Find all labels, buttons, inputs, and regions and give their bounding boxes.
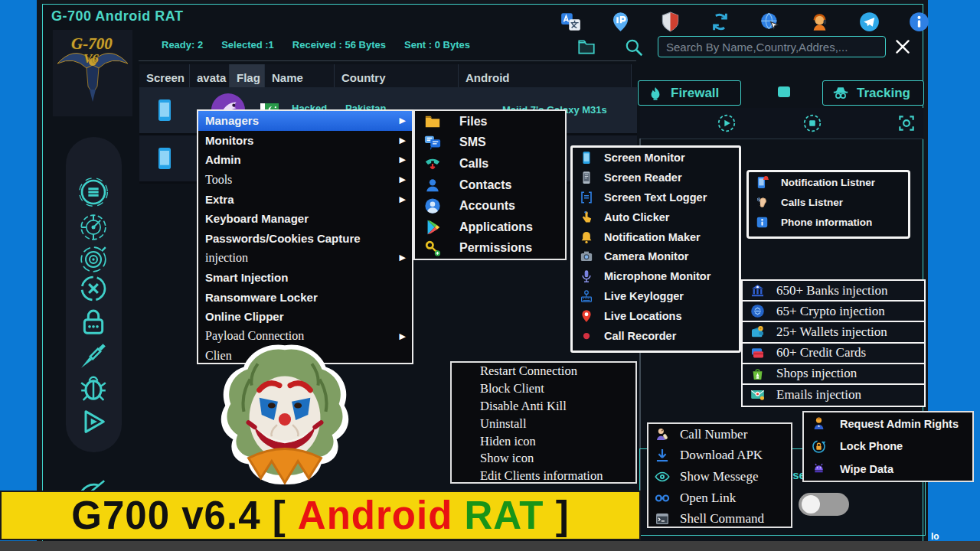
submenu-item-applications[interactable]: Applications bbox=[415, 217, 565, 238]
client-item-restart-connection[interactable]: Restart Connection bbox=[452, 363, 635, 380]
menu-item-label: Show Messege bbox=[680, 469, 758, 484]
joker-sticker bbox=[204, 340, 366, 490]
monitor-item-call-recorder[interactable]: Call Recorder bbox=[573, 326, 739, 346]
injection-item-shops-injection[interactable]: Shops injection bbox=[743, 363, 924, 383]
context-item-tools[interactable]: Tools▶ bbox=[198, 170, 412, 190]
column-header-name[interactable]: Name bbox=[265, 64, 335, 90]
firewall-button[interactable]: Firewall bbox=[638, 80, 741, 106]
menu-circle-icon[interactable] bbox=[77, 177, 110, 207]
monitor-item-notification-maker[interactable]: Notification Maker bbox=[573, 227, 739, 247]
context-item-smart-injection[interactable]: Smart Injection bbox=[198, 268, 412, 288]
context-item-managers[interactable]: Managers▶ bbox=[198, 111, 412, 131]
context-item-injection[interactable]: injection▶ bbox=[198, 248, 412, 268]
globe-cursor-icon[interactable] bbox=[760, 11, 780, 32]
monitor-item-screen-reader[interactable]: Screen Reader bbox=[573, 168, 739, 187]
comm-item-open-link[interactable]: Open Link bbox=[648, 487, 791, 509]
support-agent-icon[interactable] bbox=[809, 11, 830, 32]
listeners-panel: Notification ListnerCalls ListnerPhone i… bbox=[746, 170, 910, 239]
client-item-uninstall[interactable]: Uninstall bbox=[452, 415, 635, 432]
monitor-item-live-keylogger[interactable]: Live Keylogger bbox=[573, 286, 739, 306]
context-item-online-clipper[interactable]: Online Clipper bbox=[198, 307, 412, 327]
translate-icon[interactable] bbox=[560, 11, 581, 32]
injection-item-60-credit-cards[interactable]: 60+ Credit Cards bbox=[743, 342, 924, 363]
admin-item-lock-phone[interactable]: Lock Phone bbox=[804, 435, 972, 458]
column-header-screen[interactable]: Screen bbox=[139, 64, 190, 90]
ear-icon bbox=[756, 196, 769, 209]
client-item-hiden-icon[interactable]: Hiden icon bbox=[452, 432, 635, 450]
injection-item-emails-injection[interactable]: Emails injection bbox=[743, 383, 924, 404]
menu-item-label: Monitors bbox=[205, 134, 253, 147]
comm-item-call-number[interactable]: Call Number bbox=[648, 424, 791, 445]
monitor-item-microphone-monitor[interactable]: Microphone Monitor bbox=[573, 266, 739, 286]
folder-icon[interactable] bbox=[576, 37, 597, 57]
status-sent: Sent : 0 Bytes bbox=[404, 39, 470, 51]
key-icon bbox=[424, 240, 441, 256]
search-icon[interactable] bbox=[623, 37, 645, 57]
menu-item-label: Edit Clients information bbox=[480, 468, 603, 484]
column-header-country[interactable]: Country bbox=[335, 64, 459, 90]
submenu-arrow-icon: ▶ bbox=[400, 116, 406, 126]
shield-icon[interactable] bbox=[660, 11, 681, 32]
capture-icon[interactable] bbox=[897, 113, 916, 133]
comm-item-shell-command[interactable]: Shell Command bbox=[648, 508, 791, 530]
client-item-show-icon[interactable]: Show icon bbox=[452, 450, 635, 468]
menu-item-label: Open Link bbox=[680, 491, 736, 506]
refresh-icon[interactable] bbox=[710, 11, 730, 32]
listener-item-notification-listner[interactable]: Notification Listner bbox=[749, 172, 908, 192]
injection-item-650-banks-injection[interactable]: 650+ Banks injection bbox=[743, 281, 924, 300]
target-icon[interactable] bbox=[77, 244, 110, 275]
client-item-edit-clients-information[interactable]: Edit Clients information bbox=[452, 468, 635, 485]
context-item-extra[interactable]: Extra▶ bbox=[198, 189, 412, 209]
submenu-arrow-icon: ▶ bbox=[400, 174, 406, 184]
context-item-passwords-cookies-capture[interactable]: Passwords/Cookies Capture bbox=[198, 229, 412, 249]
column-header-avata[interactable]: avata bbox=[190, 64, 230, 90]
play-icon[interactable] bbox=[717, 113, 737, 133]
injection-item-65-crypto-injection[interactable]: 65+ Crypto injection bbox=[743, 300, 924, 321]
admin-item-wipe-data[interactable]: Wipe Data bbox=[804, 458, 972, 481]
listener-item-phone-information[interactable]: Phone information bbox=[749, 212, 908, 232]
telegram-toggle[interactable] bbox=[799, 493, 849, 516]
submenu-item-calls[interactable]: Calls bbox=[415, 153, 565, 174]
injection-item-25-wallets-injection[interactable]: 25+ Wallets injection bbox=[743, 321, 924, 341]
menu-item-label: Passwords/Cookies Capture bbox=[205, 232, 361, 245]
monitor-item-screen-monitor[interactable]: Screen Monitor bbox=[573, 148, 739, 168]
client-item-disable-anti-kill[interactable]: Disable Anti Kill bbox=[452, 398, 635, 416]
submenu-item-contacts[interactable]: Contacts bbox=[415, 174, 565, 196]
close-circle-icon[interactable] bbox=[77, 273, 110, 304]
play-triangle-icon[interactable] bbox=[77, 406, 110, 437]
column-header-flag[interactable]: Flag bbox=[230, 64, 265, 90]
lock-icon[interactable] bbox=[77, 307, 110, 337]
menu-item-label: Uninstall bbox=[480, 416, 527, 432]
menu-item-label: 650+ Banks injection bbox=[776, 283, 888, 298]
device-screen-icon bbox=[152, 140, 177, 177]
monitor-item-camera-monitor[interactable]: Camera Monitor bbox=[573, 246, 739, 266]
column-header-android[interactable]: Android bbox=[459, 64, 632, 90]
eye-icon bbox=[655, 469, 670, 484]
screwdriver-icon[interactable] bbox=[77, 341, 110, 371]
comm-item-download-apk[interactable]: Download APK bbox=[648, 445, 791, 467]
bug-icon[interactable] bbox=[77, 373, 110, 403]
telegram-icon[interactable] bbox=[859, 11, 880, 32]
search-input[interactable] bbox=[658, 36, 886, 57]
submenu-item-sms[interactable]: SMS bbox=[415, 132, 565, 154]
admin-item-request-admin-rights[interactable]: Request Admin Rights bbox=[804, 412, 972, 435]
submenu-item-files[interactable]: Files bbox=[415, 111, 565, 132]
close-icon[interactable] bbox=[893, 37, 913, 57]
submenu-item-permissions[interactable]: Permissions bbox=[415, 238, 565, 259]
context-item-monitors[interactable]: Monitors▶ bbox=[198, 131, 412, 151]
ip-location-icon[interactable] bbox=[610, 11, 631, 32]
tracking-button[interactable]: Tracking bbox=[822, 80, 924, 106]
info-icon[interactable] bbox=[909, 11, 929, 32]
monitor-item-auto-clicker[interactable]: Auto Clicker bbox=[573, 207, 739, 227]
comm-item-show-messege[interactable]: Show Messege bbox=[648, 466, 791, 487]
radar-icon[interactable] bbox=[77, 212, 110, 243]
monitor-item-live-locations[interactable]: Live Locations bbox=[573, 306, 739, 326]
context-item-keyboard-manager[interactable]: Keyboard Manager bbox=[198, 209, 412, 229]
listener-item-calls-listner[interactable]: Calls Listner bbox=[749, 192, 908, 212]
stop-icon[interactable] bbox=[802, 113, 822, 133]
context-item-admin[interactable]: Admin▶ bbox=[198, 150, 412, 170]
submenu-item-accounts[interactable]: Accounts bbox=[415, 195, 565, 217]
client-item-block-client[interactable]: Block Client bbox=[452, 380, 635, 398]
context-item-ransomware-locker[interactable]: Ransomware Locker bbox=[198, 287, 412, 307]
monitor-item-screen-text-logger[interactable]: Screen Text Logger bbox=[573, 187, 739, 207]
